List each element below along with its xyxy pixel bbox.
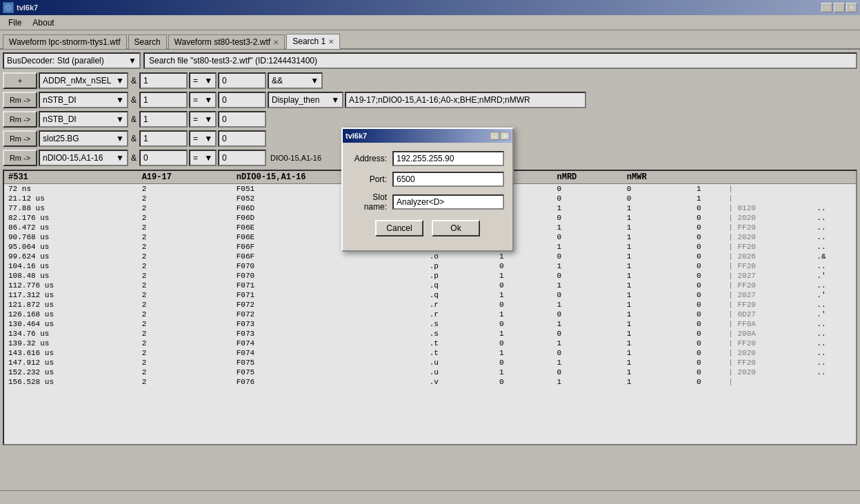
modal-buttons: Cancel Ok bbox=[351, 217, 504, 242]
port-input[interactable] bbox=[392, 172, 504, 187]
modal-overlay: tvl6k7 – ✕ Address: Port: Slot name: Can… bbox=[0, 0, 860, 504]
modal-title-bar: tvl6k7 – ✕ bbox=[343, 129, 512, 143]
slotname-row: Slot name: bbox=[351, 192, 504, 212]
modal-minimize-button[interactable]: – bbox=[490, 132, 499, 140]
modal-title: tvl6k7 bbox=[346, 132, 367, 140]
address-row: Address: bbox=[351, 151, 504, 166]
slotname-input[interactable] bbox=[392, 194, 504, 210]
modal-body: Address: Port: Slot name: Cancel Ok bbox=[343, 143, 512, 250]
modal-close-button[interactable]: ✕ bbox=[500, 132, 510, 140]
modal-title-buttons[interactable]: – ✕ bbox=[490, 132, 510, 140]
modal-dialog: tvl6k7 – ✕ Address: Port: Slot name: Can… bbox=[341, 128, 514, 252]
slotname-label: Slot name: bbox=[351, 192, 387, 212]
ok-button[interactable]: Ok bbox=[432, 220, 480, 236]
port-label: Port: bbox=[351, 174, 387, 184]
address-input[interactable] bbox=[392, 151, 504, 166]
address-label: Address: bbox=[351, 154, 387, 163]
port-row: Port: bbox=[351, 172, 504, 187]
cancel-button[interactable]: Cancel bbox=[375, 220, 423, 236]
